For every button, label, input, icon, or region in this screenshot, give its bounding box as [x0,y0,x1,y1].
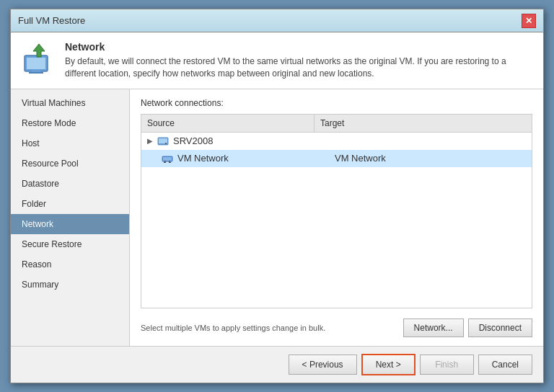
action-row: Select multiple VMs to apply settings ch… [141,318,532,337]
disconnect-button[interactable]: Disconnect [468,318,532,337]
sidebar-item-resource-pool[interactable]: Resource Pool [11,153,129,174]
dialog-title: Full VM Restore [18,15,85,26]
target-value: VM Network [335,153,386,164]
previous-button[interactable]: < Previous [289,355,357,375]
table-row[interactable]: VM Network VM Network [141,150,532,167]
column-target: Target [315,115,532,132]
tree-arrow-icon: ▶ [147,137,153,145]
svg-rect-2 [32,70,40,72]
sidebar-item-folder[interactable]: Folder [11,194,129,214]
header-text: Network By default, we will connect the … [65,41,532,80]
next-button[interactable]: Next > [361,354,416,375]
svg-rect-1 [27,58,45,69]
server-icon [157,135,169,147]
close-button[interactable]: ✕ [522,14,536,28]
sidebar-item-restore-mode[interactable]: Restore Mode [11,113,129,133]
content-area: Virtual Machines Restore Mode Host Resou… [11,89,543,346]
group-label: SRV2008 [173,135,213,146]
target-cell: VM Network [335,153,386,164]
sidebar-item-reason[interactable]: Reason [11,254,129,275]
svg-rect-3 [29,72,43,74]
source-cell: VM Network [162,153,335,164]
table-group-row: ▶ SRV2008 [141,133,532,150]
sidebar-item-summary[interactable]: Summary [11,275,129,295]
title-bar: Full VM Restore ✕ [11,9,543,32]
header-section: Network By default, we will connect the … [11,32,543,89]
svg-rect-9 [163,157,172,161]
footer: < Previous Next > Finish Cancel [11,346,543,383]
action-buttons: Network... Disconnect [403,318,532,337]
dialog: Full VM Restore ✕ Network By default, we… [10,9,544,383]
column-source: Source [141,115,315,132]
network-adapter-icon [162,153,173,164]
section-title: Network connections: [141,98,532,108]
sidebar: Virtual Machines Restore Mode Host Resou… [11,89,130,346]
header-title: Network [65,41,532,53]
sidebar-item-datastore[interactable]: Datastore [11,174,129,194]
network-upload-icon [22,41,56,76]
table-header: Source Target [141,115,532,133]
bulk-note: Select multiple VMs to apply settings ch… [141,324,325,332]
network-button[interactable]: Network... [403,318,464,337]
finish-button[interactable]: Finish [420,355,474,375]
sidebar-item-secure-restore[interactable]: Secure Restore [11,234,129,254]
main-panel: Network connections: Source Target ▶ [130,89,543,346]
svg-rect-13 [169,162,171,163]
sidebar-item-network[interactable]: Network [11,214,129,234]
svg-rect-12 [164,162,166,163]
svg-point-7 [165,143,167,144]
group-cell: ▶ SRV2008 [147,135,320,147]
network-table: Source Target ▶ SRV2 [141,114,532,308]
cancel-button[interactable]: Cancel [478,355,532,375]
header-description: By default, we will connect the restored… [65,55,532,80]
source-value: VM Network [177,153,229,164]
sidebar-item-host[interactable]: Host [11,133,129,153]
sidebar-item-virtual-machines[interactable]: Virtual Machines [11,93,129,113]
svg-rect-6 [159,138,167,143]
